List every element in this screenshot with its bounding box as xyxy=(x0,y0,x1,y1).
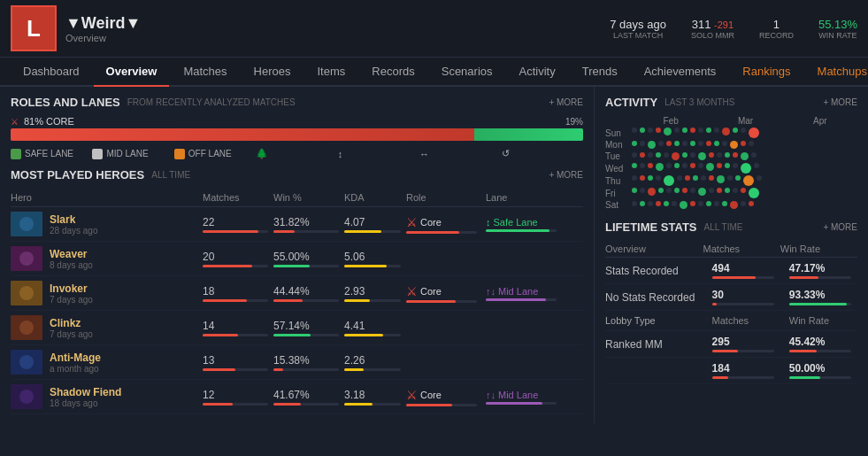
hero-cell-antimage: Anti-Mage a month ago xyxy=(11,350,197,375)
kda-val-clinkz: 4.41 xyxy=(344,320,365,332)
nav-matches[interactable]: Matches xyxy=(171,58,239,87)
dots-tue xyxy=(632,152,757,160)
kda-val-sf: 3.18 xyxy=(344,389,365,401)
matches-val-sf: 12 xyxy=(203,389,214,401)
nav-dashboard[interactable]: Dashboard xyxy=(11,58,92,87)
lifetime-lobby-matches-col: Matches xyxy=(703,311,780,331)
support-bar-fill xyxy=(474,128,583,141)
hero-ago-weaver: 8 days ago xyxy=(50,260,93,270)
stat-record: 1 RECORD xyxy=(759,18,794,40)
nav-matchups[interactable]: Matchups xyxy=(805,58,868,87)
roles-bar-track xyxy=(11,128,583,141)
svg-point-3 xyxy=(19,251,34,266)
hero-cell-invoker: Invoker 7 days ago xyxy=(11,281,197,305)
roles-more-btn[interactable]: + MORE xyxy=(549,97,583,107)
months-row: Feb Mar Apr xyxy=(634,116,857,126)
record-label: RECORD xyxy=(759,31,794,40)
header-sub: Overview xyxy=(65,33,141,43)
last-match-val: 7 days ago xyxy=(610,18,666,31)
avatar: L xyxy=(11,5,57,51)
day-sun: Sun xyxy=(605,128,632,138)
activity-row-wed: Wed xyxy=(605,163,857,174)
hero-name-clinkz[interactable]: Clinkz xyxy=(50,317,93,329)
col-kda: KDA xyxy=(344,189,406,207)
lifetime-lobby-label: Lobby Type xyxy=(605,311,703,331)
lane-slark: ↕ Safe Lane xyxy=(486,217,578,228)
svg-point-1 xyxy=(19,217,34,231)
extra-lane-item: ↔ xyxy=(419,148,501,159)
rotate-lane-item: ↺ xyxy=(502,148,583,159)
col-winpct: Win % xyxy=(273,189,344,207)
hero-ago-clinkz: 7 days ago xyxy=(50,329,93,339)
core-bar-fill xyxy=(11,128,474,141)
lanes-row: SAFE LANE MID LANE OFF LANE 🌲 ↕ ↔ xyxy=(11,148,583,159)
nav-heroes[interactable]: Heroes xyxy=(242,58,303,87)
hero-ago-slark: 28 days ago xyxy=(50,226,98,236)
lifetime-title: LIFETIME STATS xyxy=(605,220,697,234)
hero-name-weaver[interactable]: Weaver xyxy=(50,248,93,260)
hero-name-slark[interactable]: Slark xyxy=(50,213,98,226)
nav-records[interactable]: Records xyxy=(359,58,426,87)
lifetime-lobby-wr-col: Win Rate xyxy=(780,311,857,331)
heroes-more-btn[interactable]: + MORE xyxy=(549,170,583,180)
dots-thu xyxy=(632,175,762,186)
jungle-lane-item: 🌲 xyxy=(256,148,337,159)
heroes-header: MOST PLAYED HEROES ALL TIME + MORE xyxy=(11,168,583,182)
stat-win-rate: 55.13% WIN RATE xyxy=(818,18,857,40)
lifetime-row-stats: Stats Recorded 494 47.17% xyxy=(605,258,857,284)
safe-lane-icon xyxy=(11,149,21,159)
hero-ago-sf: 18 days ago xyxy=(50,398,121,408)
svg-point-7 xyxy=(19,321,34,335)
header-stats: 7 days ago LAST MATCH 311 -291 SOLO MMR … xyxy=(610,18,857,40)
nav-scenarios[interactable]: Scenarios xyxy=(429,58,505,87)
dots-wed xyxy=(632,163,759,174)
activity-header: ACTIVITY LAST 3 MONTHS + MORE xyxy=(605,96,857,109)
portrait-slark xyxy=(11,212,42,236)
hero-name-invoker[interactable]: Invoker xyxy=(50,282,93,295)
kda-val-weaver: 5.06 xyxy=(344,251,365,263)
lifetime-col-matches: Matches xyxy=(703,241,780,258)
lifetime-label-stats: Stats Recorded xyxy=(605,258,703,284)
day-mon: Mon xyxy=(605,140,632,150)
core-label: 81% CORE xyxy=(24,116,74,127)
lifetime-col-winrate: Win Rate xyxy=(780,241,857,258)
hero-name-antimage[interactable]: Anti-Mage xyxy=(50,352,101,364)
nav-achievements[interactable]: Achievements xyxy=(632,58,729,87)
hero-cell-sf: Shadow Fiend 18 days ago xyxy=(11,384,197,409)
lifetime-row-other: 184 50.00% xyxy=(605,358,857,384)
right-column: ACTIVITY LAST 3 MONTHS + MORE Feb Mar Ap… xyxy=(594,87,868,423)
day-thu: Thu xyxy=(605,176,632,186)
win-rate-label: WIN RATE xyxy=(818,31,857,40)
activity-row-fri: Fri xyxy=(605,188,857,198)
day-wed: Wed xyxy=(605,164,632,174)
table-row: Invoker 7 days ago 18 44.44% xyxy=(11,276,583,311)
lane-sf: ↑↓ Mid Lane xyxy=(486,390,578,400)
matches-val-antimage: 13 xyxy=(203,354,214,367)
roles-sub: FROM RECENTLY ANALYZED MATCHES xyxy=(127,97,296,107)
kda-val-slark: 4.07 xyxy=(344,216,365,228)
stat-solo-mmr: 311 -291 SOLO MMR xyxy=(691,18,734,40)
hero-name-sf[interactable]: Shadow Fiend xyxy=(50,386,121,398)
dots-mon xyxy=(632,141,754,149)
lifetime-wr-stats: 47.17% xyxy=(789,262,826,274)
lifetime-wr-ranked: 45.42% xyxy=(789,336,826,348)
month-apr: Apr xyxy=(783,116,857,126)
off-lane-label: OFF LANE xyxy=(188,149,232,158)
nav-items[interactable]: Items xyxy=(305,58,358,87)
table-row: Slark 28 days ago 22 31.82% xyxy=(11,207,583,242)
table-row: Weaver 8 days ago 20 55.00% xyxy=(11,242,583,276)
svg-point-9 xyxy=(19,355,34,369)
activity-section: ACTIVITY LAST 3 MONTHS + MORE Feb Mar Ap… xyxy=(605,96,857,210)
portrait-antimage xyxy=(11,350,42,375)
table-row: Clinkz 7 days ago 14 57.14% xyxy=(11,311,583,345)
nav-rankings[interactable]: Rankings xyxy=(730,58,803,87)
nav-trends[interactable]: Trends xyxy=(570,58,630,87)
nav-activity[interactable]: Activity xyxy=(507,58,568,87)
activity-more-btn[interactable]: + MORE xyxy=(823,97,857,107)
nav-overview[interactable]: Overview xyxy=(94,58,170,87)
month-mar: Mar xyxy=(708,116,782,126)
header: L ▼Weird▼ Overview 7 days ago LAST MATCH… xyxy=(0,0,868,58)
lifetime-more-btn[interactable]: + MORE xyxy=(823,222,857,232)
lifetime-row-lobby-header: Lobby Type Matches Win Rate xyxy=(605,311,857,331)
winpct-val-invoker: 44.44% xyxy=(273,285,310,298)
